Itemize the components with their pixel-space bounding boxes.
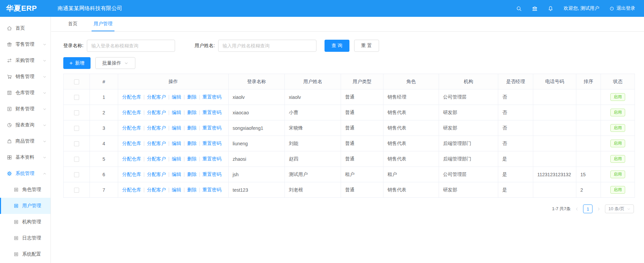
batch-actions-button[interactable]: 批量操作 <box>95 57 135 69</box>
sidebar-item[interactable]: 首页 <box>0 20 50 36</box>
assign-warehouse-link[interactable]: 分配仓库 <box>122 187 141 192</box>
assign-customer-link[interactable]: 分配客户 <box>141 141 166 146</box>
tab[interactable]: 首页 <box>66 17 79 31</box>
assign-warehouse-link[interactable]: 分配仓库 <box>122 110 141 115</box>
page-size-value: 10 条/页 <box>608 206 624 212</box>
reset-button[interactable]: 重 置 <box>354 40 379 52</box>
reset-password-link[interactable]: 重置密码 <box>197 110 222 115</box>
sort-cell <box>576 105 601 120</box>
edit-link[interactable]: 编辑 <box>166 141 181 146</box>
row-checkbox[interactable] <box>74 141 79 146</box>
edit-link[interactable]: 编辑 <box>166 156 181 161</box>
manager-cell: 是 <box>498 182 533 198</box>
sidebar-item[interactable]: 财务管理 <box>0 101 50 117</box>
role-cell: 销售代表 <box>383 182 439 198</box>
row-checkbox[interactable] <box>74 95 79 100</box>
table-header-row: # 操作 登录名称 用户姓名 用户类型 角色 机构 是否经理 电话号码 排序 状… <box>64 74 635 89</box>
sidebar-item[interactable]: 系统管理 <box>0 165 50 182</box>
sidebar-item[interactable]: 商品管理 <box>0 133 50 149</box>
login-cell: songxiaofeng1 <box>229 120 285 136</box>
row-checkbox[interactable] <box>74 157 79 162</box>
search-icon[interactable] <box>516 6 522 11</box>
sidebar-subitem[interactable]: 用户管理 <box>0 198 50 214</box>
row-checkbox[interactable] <box>74 126 79 131</box>
edit-link[interactable]: 编辑 <box>166 110 181 115</box>
manager-cell: 否 <box>498 89 533 105</box>
chevron-left-icon[interactable] <box>575 207 579 211</box>
manager-cell: 否 <box>498 105 533 120</box>
page-size-select[interactable]: 10 条/页 <box>605 204 634 213</box>
sidebar-item[interactable]: 报表查询 <box>0 117 50 133</box>
type-cell: 普通 <box>341 105 383 120</box>
reset-password-link[interactable]: 重置密码 <box>197 187 222 192</box>
sidebar-item-label: 财务管理 <box>15 106 34 112</box>
login-name-input[interactable] <box>87 40 175 52</box>
assign-customer-link[interactable]: 分配客户 <box>141 125 166 130</box>
chevron-down-icon <box>43 59 46 63</box>
current-page-button[interactable]: 1 <box>583 204 592 213</box>
assign-customer-link[interactable]: 分配客户 <box>141 172 166 177</box>
row-actions: 分配仓库分配客户编辑删除重置密码 <box>118 182 229 198</box>
assign-warehouse-link[interactable]: 分配仓库 <box>122 172 141 177</box>
report-pie-icon <box>7 122 12 128</box>
delete-link[interactable]: 删除 <box>181 110 197 115</box>
row-index: 7 <box>90 182 118 198</box>
user-name-input[interactable] <box>218 40 316 52</box>
delete-link[interactable]: 删除 <box>181 125 197 130</box>
sidebar-item[interactable]: 仓库管理 <box>0 85 50 101</box>
bank-icon[interactable] <box>532 6 538 11</box>
sidebar-item-label: 采购管理 <box>15 58 34 64</box>
search-button[interactable]: 查 询 <box>325 40 349 52</box>
phone-cell <box>533 89 576 105</box>
logout-button[interactable]: 退出登录 <box>609 5 635 11</box>
table-row: 3 分配仓库分配客户编辑删除重置密码 songxiaofeng1 宋晓锋 普通 … <box>64 120 635 136</box>
delete-link[interactable]: 删除 <box>181 187 197 192</box>
sidebar-subitem[interactable]: 日志管理 <box>0 230 50 246</box>
bell-icon[interactable] <box>548 6 553 11</box>
reset-password-link[interactable]: 重置密码 <box>197 172 222 177</box>
add-button[interactable]: + 新增 <box>63 57 91 69</box>
delete-link[interactable]: 删除 <box>181 156 197 161</box>
sidebar-item[interactable]: 采购管理 <box>0 52 50 69</box>
chevron-right-icon[interactable] <box>597 207 601 211</box>
col-login: 登录名称 <box>229 74 285 89</box>
edit-link[interactable]: 编辑 <box>166 187 181 192</box>
assign-warehouse-link[interactable]: 分配仓库 <box>122 94 141 100</box>
assign-customer-link[interactable]: 分配客户 <box>141 156 166 161</box>
reset-password-link[interactable]: 重置密码 <box>197 156 222 161</box>
sidebar-subitem[interactable]: 机构管理 <box>0 214 50 230</box>
sidebar-subitem[interactable]: 角色管理 <box>0 182 50 198</box>
row-actions: 分配仓库分配客户编辑删除重置密码 <box>118 120 229 136</box>
sidebar-item[interactable]: 零售管理 <box>0 36 50 52</box>
sort-cell <box>576 120 601 136</box>
edit-link[interactable]: 编辑 <box>166 125 181 130</box>
edit-link[interactable]: 编辑 <box>166 172 181 177</box>
sidebar-subitem[interactable]: 系统配置 <box>0 246 50 262</box>
delete-link[interactable]: 删除 <box>181 141 197 146</box>
sort-cell: 15 <box>576 167 601 182</box>
chevron-down-icon <box>43 123 46 127</box>
assign-warehouse-link[interactable]: 分配仓库 <box>122 125 141 130</box>
assign-customer-link[interactable]: 分配客户 <box>141 187 166 192</box>
reset-password-link[interactable]: 重置密码 <box>197 125 222 130</box>
col-role: 角色 <box>383 74 439 89</box>
select-all-checkbox[interactable] <box>74 79 79 84</box>
assign-customer-link[interactable]: 分配客户 <box>141 110 166 115</box>
assign-warehouse-link[interactable]: 分配仓库 <box>122 156 141 161</box>
sidebar-subitem-label: 角色管理 <box>22 187 41 193</box>
edit-link[interactable]: 编辑 <box>166 94 181 100</box>
row-checkbox[interactable] <box>74 110 79 115</box>
delete-link[interactable]: 删除 <box>181 94 197 100</box>
row-actions: 分配仓库分配客户编辑删除重置密码 <box>118 136 229 151</box>
reset-password-link[interactable]: 重置密码 <box>197 94 222 100</box>
row-checkbox[interactable] <box>74 188 79 193</box>
sidebar-item[interactable]: 销售管理 <box>0 69 50 85</box>
delete-link[interactable]: 删除 <box>181 172 197 177</box>
sidebar-item[interactable]: 基本资料 <box>0 149 50 165</box>
row-checkbox[interactable] <box>74 172 79 177</box>
assign-warehouse-link[interactable]: 分配仓库 <box>122 141 141 146</box>
reset-password-link[interactable]: 重置密码 <box>197 141 222 146</box>
tab[interactable]: 用户管理 <box>92 17 114 31</box>
assign-customer-link[interactable]: 分配客户 <box>141 94 166 100</box>
row-actions: 分配仓库分配客户编辑删除重置密码 <box>118 151 229 167</box>
